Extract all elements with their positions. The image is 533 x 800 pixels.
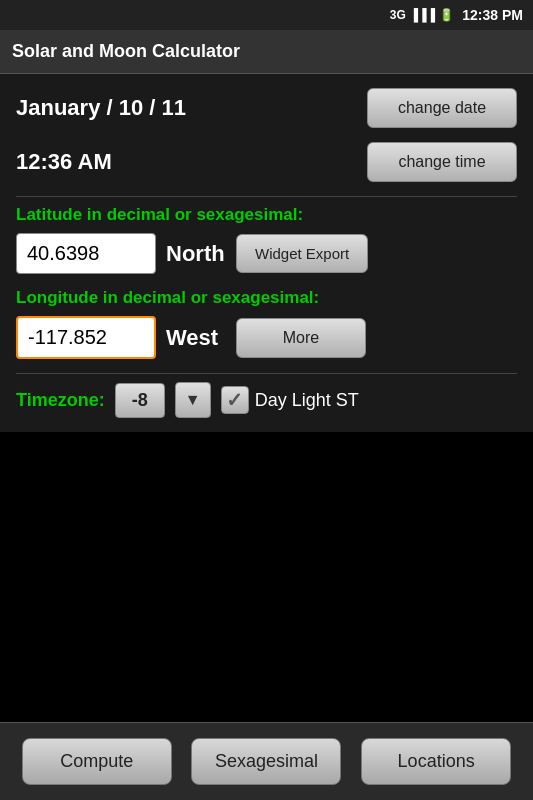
sexagesimal-button[interactable]: Sexagesimal [191, 738, 341, 785]
3g-icon: 3G [390, 8, 406, 22]
bottom-bar: Compute Sexagesimal Locations [0, 722, 533, 800]
change-time-button[interactable]: change time [367, 142, 517, 182]
latitude-section-label: Latitude in decimal or sexagesimal: [16, 205, 517, 225]
latitude-section: Latitude in decimal or sexagesimal: Nort… [16, 205, 517, 274]
daylight-checkbox[interactable]: ✓ [221, 386, 249, 414]
signal-icon: ▐▐▐ [410, 8, 436, 22]
widget-export-button[interactable]: Widget Export [236, 234, 368, 273]
timezone-value: -8 [115, 383, 165, 418]
longitude-row: West More [16, 316, 517, 359]
longitude-section-label: Longitude in decimal or sexagesimal: [16, 288, 517, 308]
date-label: January / 10 / 11 [16, 95, 186, 121]
battery-icon: 🔋 [439, 8, 454, 22]
time-row: 12:36 AM change time [16, 142, 517, 182]
timezone-dropdown-button[interactable]: ▼ [175, 382, 211, 418]
latitude-input[interactable] [16, 233, 156, 274]
status-time: 12:38 PM [462, 7, 523, 23]
change-date-button[interactable]: change date [367, 88, 517, 128]
app-title: Solar and Moon Calculator [12, 41, 240, 62]
status-icons: 3G ▐▐▐ 🔋 [390, 8, 455, 22]
longitude-input[interactable] [16, 316, 156, 359]
time-label: 12:36 AM [16, 149, 112, 175]
divider-1 [16, 196, 517, 197]
main-content: January / 10 / 11 change date 12:36 AM c… [0, 74, 533, 432]
status-bar: 3G ▐▐▐ 🔋 12:38 PM [0, 0, 533, 30]
timezone-row: Timezone: -8 ▼ ✓ Day Light ST [16, 382, 517, 418]
locations-button[interactable]: Locations [361, 738, 511, 785]
date-row: January / 10 / 11 change date [16, 88, 517, 128]
longitude-section: Longitude in decimal or sexagesimal: Wes… [16, 288, 517, 359]
daylight-label: Day Light ST [255, 390, 359, 411]
checkbox-check-icon: ✓ [226, 388, 243, 412]
daylight-checkbox-container: ✓ Day Light ST [221, 386, 359, 414]
more-button[interactable]: More [236, 318, 366, 358]
longitude-direction: West [166, 325, 226, 351]
title-bar: Solar and Moon Calculator [0, 30, 533, 74]
compute-button[interactable]: Compute [22, 738, 172, 785]
latitude-row: North Widget Export [16, 233, 517, 274]
timezone-label: Timezone: [16, 390, 105, 411]
latitude-direction: North [166, 241, 226, 267]
divider-2 [16, 373, 517, 374]
